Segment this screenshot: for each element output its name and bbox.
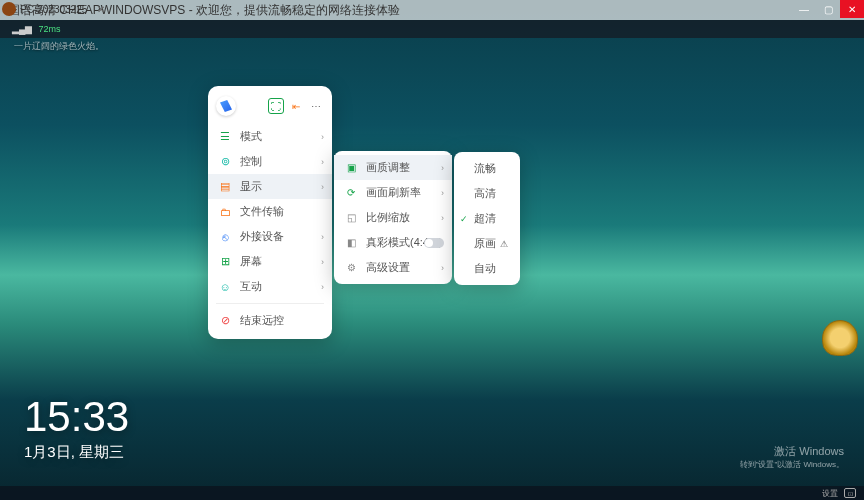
end-remote-button[interactable]: ⊘ 结束远控 (208, 308, 332, 333)
latency-badge: 72ms (38, 24, 60, 34)
separator (216, 303, 324, 304)
browser-tab[interactable]: PC-202303225 ✕ (2, 2, 105, 16)
option-icon: ◱ (344, 211, 358, 225)
toolbar-item-0[interactable]: ☰模式› (208, 124, 332, 149)
chevron-right-icon: › (321, 282, 324, 292)
activation-watermark: 激活 Windows 转到"设置"以激活 Windows。 (740, 444, 844, 470)
option-icon: ⚙ (344, 261, 358, 275)
quality-option-3[interactable]: 原画⚠ (454, 231, 520, 256)
toolbar-item-4[interactable]: ⎋外接设备› (208, 224, 332, 249)
item-icon: 🗀 (218, 205, 232, 219)
taskbar: 设置 ⊡ (0, 486, 864, 500)
item-label: 互动 (240, 279, 262, 294)
chevron-right-icon: › (321, 157, 324, 167)
tray-text: 设置 (822, 488, 838, 499)
item-icon: ⊞ (218, 255, 232, 269)
display-option-2[interactable]: ◱比例缩放› (334, 205, 452, 230)
remote-toolbar: ⛶ ⇤ ⋯ ☰模式›⊚控制›▤显示›🗀文件传输⎋外接设备›⊞屏幕›☺互动› ⊘ … (208, 86, 332, 339)
quality-label: 高清 (474, 186, 496, 201)
toolbar-item-2[interactable]: ▤显示› (208, 174, 332, 199)
toolbar-header: ⛶ ⇤ ⋯ (208, 92, 332, 124)
toolbar-item-6[interactable]: ☺互动› (208, 274, 332, 299)
network-icon[interactable]: ⊡ (844, 488, 856, 498)
option-label: 比例缩放 (366, 210, 410, 225)
desktop-clock: 15:33 1月3日, 星期三 (24, 393, 129, 462)
item-icon: ☰ (218, 130, 232, 144)
option-label: 高级设置 (366, 260, 410, 275)
item-icon: ▤ (218, 180, 232, 194)
item-label: 屏幕 (240, 254, 262, 269)
minimize-button[interactable]: — (792, 0, 816, 18)
end-icon: ⊘ (218, 314, 232, 328)
banner-overlay: 国语高清 CHEAPWINDOWSVPS - 欢迎您，提供流畅稳定的网络连接体验 (0, 0, 864, 20)
collapse-icon[interactable]: ⇤ (288, 98, 304, 114)
toolbar-item-5[interactable]: ⊞屏幕› (208, 249, 332, 274)
warning-icon: ⚠ (500, 239, 508, 249)
end-label: 结束远控 (240, 313, 284, 328)
chevron-right-icon: › (441, 163, 444, 173)
tab-label: PC-202303225 (20, 4, 87, 15)
item-icon: ☺ (218, 280, 232, 294)
option-icon: ◧ (344, 236, 358, 250)
chevron-right-icon: › (321, 132, 324, 142)
toolbar-item-1[interactable]: ⊚控制› (208, 149, 332, 174)
system-tray[interactable]: 设置 ⊡ (822, 488, 856, 499)
quality-label: 流畅 (474, 161, 496, 176)
display-option-3[interactable]: ◧真彩模式(4:4:4) (334, 230, 452, 255)
clock-date: 1月3日, 星期三 (24, 443, 129, 462)
clock-time: 15:33 (24, 393, 129, 441)
quality-option-4[interactable]: 自动 (454, 256, 520, 281)
item-label: 模式 (240, 129, 262, 144)
chevron-right-icon: › (441, 213, 444, 223)
watermark-subtitle: 转到"设置"以激活 Windows。 (740, 459, 844, 470)
quality-label: 超清 (474, 211, 496, 226)
display-submenu: ▣画质调整›⟳画面刷新率›◱比例缩放›◧真彩模式(4:4:4)⚙高级设置› (334, 151, 452, 284)
chevron-right-icon: › (321, 232, 324, 242)
remote-status-bar: ▂▄▆ 72ms (0, 20, 864, 38)
option-label: 画面刷新率 (366, 185, 421, 200)
display-option-4[interactable]: ⚙高级设置› (334, 255, 452, 280)
check-icon: ✓ (460, 214, 468, 224)
more-icon[interactable]: ⋯ (308, 98, 324, 114)
chevron-right-icon: › (441, 188, 444, 198)
quality-label: 自动 (474, 261, 496, 276)
maximize-button[interactable]: ▢ (816, 0, 840, 18)
tab-close-icon[interactable]: ✕ (97, 4, 105, 15)
window-controls: — ▢ ✕ (792, 0, 864, 18)
quality-option-1[interactable]: 高清 (454, 181, 520, 206)
option-icon: ⟳ (344, 186, 358, 200)
quality-option-2[interactable]: ✓超清 (454, 206, 520, 231)
display-option-0[interactable]: ▣画质调整› (334, 155, 452, 180)
desktop-caption: 一片辽阔的绿色火焰。 (14, 40, 104, 53)
item-label: 显示 (240, 179, 262, 194)
toggle-switch[interactable] (424, 238, 444, 248)
quality-option-0[interactable]: 流畅 (454, 156, 520, 181)
option-icon: ▣ (344, 161, 358, 175)
item-label: 文件传输 (240, 204, 284, 219)
display-option-1[interactable]: ⟳画面刷新率› (334, 180, 452, 205)
item-icon: ⊚ (218, 155, 232, 169)
watermark-title: 激活 Windows (740, 444, 844, 459)
item-icon: ⎋ (218, 230, 232, 244)
chevron-right-icon: › (321, 182, 324, 192)
tab-favicon-icon (2, 2, 16, 16)
chevron-right-icon: › (441, 263, 444, 273)
toolbar-item-3[interactable]: 🗀文件传输 (208, 199, 332, 224)
mascot-icon[interactable] (822, 320, 858, 356)
todesk-logo-icon (216, 96, 236, 116)
fullscreen-icon[interactable]: ⛶ (268, 98, 284, 114)
item-label: 控制 (240, 154, 262, 169)
quality-label: 原画 (474, 236, 496, 251)
option-label: 画质调整 (366, 160, 410, 175)
close-button[interactable]: ✕ (840, 0, 864, 18)
chevron-right-icon: › (321, 257, 324, 267)
quality-submenu: 流畅高清✓超清原画⚠自动 (454, 152, 520, 285)
item-label: 外接设备 (240, 229, 284, 244)
signal-icon: ▂▄▆ (12, 24, 32, 34)
